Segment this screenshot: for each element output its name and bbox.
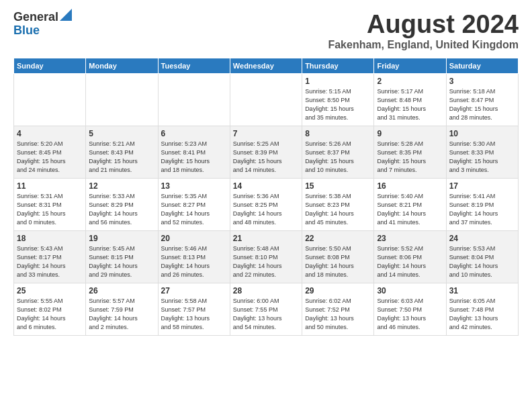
cell-2-3: 14Sunrise: 5:36 AM Sunset: 8:25 PM Dayli… (230, 178, 302, 230)
header-monday: Monday (86, 58, 158, 73)
cell-4-5: 30Sunrise: 6:03 AM Sunset: 7:50 PM Dayli… (374, 283, 446, 335)
day-number: 4 (17, 129, 83, 138)
day-info: Sunrise: 5:50 AM Sunset: 8:08 PM Dayligh… (305, 244, 371, 279)
day-info: Sunrise: 5:31 AM Sunset: 8:31 PM Dayligh… (17, 192, 83, 227)
title-month: August 2024 (328, 11, 519, 39)
day-number: 14 (233, 181, 299, 191)
header: General Blue August 2024 Fakenham, Engla… (13, 11, 519, 51)
day-number: 24 (449, 234, 515, 243)
cell-3-0: 18Sunrise: 5:43 AM Sunset: 8:17 PM Dayli… (14, 230, 86, 283)
day-info: Sunrise: 5:38 AM Sunset: 8:23 PM Dayligh… (305, 192, 371, 227)
cell-0-3 (230, 73, 302, 126)
day-info: Sunrise: 5:55 AM Sunset: 8:02 PM Dayligh… (17, 297, 83, 332)
day-number: 20 (161, 234, 227, 243)
day-number: 26 (89, 286, 154, 295)
day-info: Sunrise: 5:57 AM Sunset: 7:59 PM Dayligh… (89, 297, 154, 332)
day-number: 1 (305, 77, 371, 86)
day-info: Sunrise: 5:30 AM Sunset: 8:33 PM Dayligh… (449, 140, 515, 175)
day-number: 22 (305, 234, 371, 243)
day-info: Sunrise: 6:00 AM Sunset: 7:55 PM Dayligh… (233, 297, 299, 332)
day-number: 10 (449, 129, 515, 138)
title-location: Fakenham, England, United Kingdom (328, 39, 519, 51)
cell-0-6: 3Sunrise: 5:18 AM Sunset: 8:47 PM Daylig… (446, 73, 518, 126)
cell-1-3: 7Sunrise: 5:25 AM Sunset: 8:39 PM Daylig… (230, 126, 302, 178)
day-info: Sunrise: 5:17 AM Sunset: 8:48 PM Dayligh… (377, 87, 443, 122)
page: General Blue August 2024 Fakenham, Engla… (0, 0, 532, 411)
header-saturday: Saturday (446, 58, 518, 73)
day-info: Sunrise: 6:03 AM Sunset: 7:50 PM Dayligh… (377, 297, 443, 332)
week-row-1: 1Sunrise: 5:15 AM Sunset: 8:50 PM Daylig… (14, 73, 519, 126)
day-info: Sunrise: 5:43 AM Sunset: 8:17 PM Dayligh… (17, 244, 83, 279)
day-number: 5 (89, 129, 154, 138)
week-row-4: 18Sunrise: 5:43 AM Sunset: 8:17 PM Dayli… (14, 230, 519, 283)
cell-4-4: 29Sunrise: 6:02 AM Sunset: 7:52 PM Dayli… (302, 283, 374, 335)
cell-1-4: 8Sunrise: 5:26 AM Sunset: 8:37 PM Daylig… (302, 126, 374, 178)
cell-1-5: 9Sunrise: 5:28 AM Sunset: 8:35 PM Daylig… (374, 126, 446, 178)
day-info: Sunrise: 5:18 AM Sunset: 8:47 PM Dayligh… (449, 87, 515, 122)
cell-2-0: 11Sunrise: 5:31 AM Sunset: 8:31 PM Dayli… (14, 178, 86, 230)
cell-0-2 (158, 73, 230, 126)
cell-2-4: 15Sunrise: 5:38 AM Sunset: 8:23 PM Dayli… (302, 178, 374, 230)
day-number: 2 (377, 77, 443, 86)
day-info: Sunrise: 5:52 AM Sunset: 8:06 PM Dayligh… (377, 244, 443, 279)
day-info: Sunrise: 5:48 AM Sunset: 8:10 PM Dayligh… (233, 244, 299, 279)
day-info: Sunrise: 6:05 AM Sunset: 7:48 PM Dayligh… (449, 297, 515, 332)
cell-4-0: 25Sunrise: 5:55 AM Sunset: 8:02 PM Dayli… (14, 283, 86, 335)
cell-1-2: 6Sunrise: 5:23 AM Sunset: 8:41 PM Daylig… (158, 126, 230, 178)
day-number: 7 (233, 129, 299, 138)
day-info: Sunrise: 5:33 AM Sunset: 8:29 PM Dayligh… (89, 192, 154, 227)
day-info: Sunrise: 5:46 AM Sunset: 8:13 PM Dayligh… (161, 244, 227, 279)
weekday-header-row: Sunday Monday Tuesday Wednesday Thursday… (14, 58, 519, 73)
day-info: Sunrise: 5:35 AM Sunset: 8:27 PM Dayligh… (161, 192, 227, 227)
cell-0-5: 2Sunrise: 5:17 AM Sunset: 8:48 PM Daylig… (374, 73, 446, 126)
header-wednesday: Wednesday (230, 58, 302, 73)
logo: General Blue (13, 11, 72, 38)
header-tuesday: Tuesday (158, 58, 230, 73)
day-number: 18 (17, 234, 83, 243)
day-number: 27 (161, 286, 227, 295)
day-info: Sunrise: 5:53 AM Sunset: 8:04 PM Dayligh… (449, 244, 515, 279)
week-row-5: 25Sunrise: 5:55 AM Sunset: 8:02 PM Dayli… (14, 283, 519, 335)
day-info: Sunrise: 5:28 AM Sunset: 8:35 PM Dayligh… (377, 140, 443, 175)
day-info: Sunrise: 6:02 AM Sunset: 7:52 PM Dayligh… (305, 297, 371, 332)
svg-marker-0 (60, 9, 72, 21)
cell-2-6: 17Sunrise: 5:41 AM Sunset: 8:19 PM Dayli… (446, 178, 518, 230)
day-info: Sunrise: 5:21 AM Sunset: 8:43 PM Dayligh… (89, 140, 154, 175)
cell-4-2: 27Sunrise: 5:58 AM Sunset: 7:57 PM Dayli… (158, 283, 230, 335)
day-number: 23 (377, 234, 443, 243)
logo-icon (60, 9, 72, 21)
cell-2-5: 16Sunrise: 5:40 AM Sunset: 8:21 PM Dayli… (374, 178, 446, 230)
day-number: 6 (161, 129, 227, 138)
title-block: August 2024 Fakenham, England, United Ki… (328, 11, 519, 51)
cell-1-1: 5Sunrise: 5:21 AM Sunset: 8:43 PM Daylig… (86, 126, 158, 178)
cell-4-6: 31Sunrise: 6:05 AM Sunset: 7:48 PM Dayli… (446, 283, 518, 335)
header-friday: Friday (374, 58, 446, 73)
calendar-table: Sunday Monday Tuesday Wednesday Thursday… (13, 58, 519, 336)
logo-general: General (13, 11, 58, 24)
cell-3-1: 19Sunrise: 5:45 AM Sunset: 8:15 PM Dayli… (86, 230, 158, 283)
day-number: 11 (17, 181, 83, 191)
cell-1-0: 4Sunrise: 5:20 AM Sunset: 8:45 PM Daylig… (14, 126, 86, 178)
day-number: 21 (233, 234, 299, 243)
day-info: Sunrise: 5:15 AM Sunset: 8:50 PM Dayligh… (305, 87, 371, 122)
cell-0-1 (86, 73, 158, 126)
cell-4-3: 28Sunrise: 6:00 AM Sunset: 7:55 PM Dayli… (230, 283, 302, 335)
header-thursday: Thursday (302, 58, 374, 73)
cell-1-6: 10Sunrise: 5:30 AM Sunset: 8:33 PM Dayli… (446, 126, 518, 178)
cell-2-1: 12Sunrise: 5:33 AM Sunset: 8:29 PM Dayli… (86, 178, 158, 230)
week-row-2: 4Sunrise: 5:20 AM Sunset: 8:45 PM Daylig… (14, 126, 519, 178)
day-info: Sunrise: 5:23 AM Sunset: 8:41 PM Dayligh… (161, 140, 227, 175)
day-number: 19 (89, 234, 154, 243)
cell-3-4: 22Sunrise: 5:50 AM Sunset: 8:08 PM Dayli… (302, 230, 374, 283)
cell-3-3: 21Sunrise: 5:48 AM Sunset: 8:10 PM Dayli… (230, 230, 302, 283)
day-number: 30 (377, 286, 443, 295)
cell-3-5: 23Sunrise: 5:52 AM Sunset: 8:06 PM Dayli… (374, 230, 446, 283)
cell-3-6: 24Sunrise: 5:53 AM Sunset: 8:04 PM Dayli… (446, 230, 518, 283)
cell-0-0 (14, 73, 86, 126)
day-info: Sunrise: 5:26 AM Sunset: 8:37 PM Dayligh… (305, 140, 371, 175)
day-info: Sunrise: 5:58 AM Sunset: 7:57 PM Dayligh… (161, 297, 227, 332)
day-number: 28 (233, 286, 299, 295)
day-number: 31 (449, 286, 515, 295)
cell-0-4: 1Sunrise: 5:15 AM Sunset: 8:50 PM Daylig… (302, 73, 374, 126)
day-info: Sunrise: 5:36 AM Sunset: 8:25 PM Dayligh… (233, 192, 299, 227)
